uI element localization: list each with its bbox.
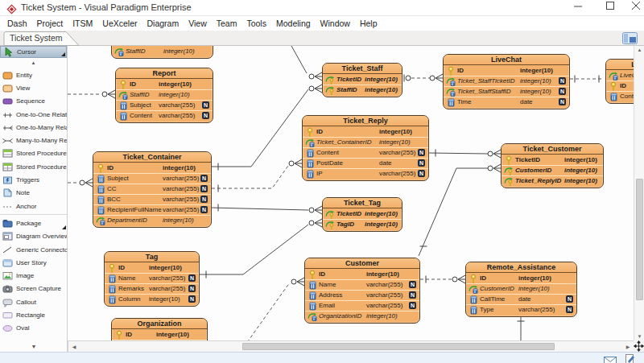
entity-column-row[interactable]: Emailvarchar(255)N	[305, 300, 419, 311]
entity-remote-assistance[interactable]: Remote_AssistanceIDinteger(10)CustomerID…	[465, 262, 577, 317]
entity-ticket-customer[interactable]: Ticket_CustomerTicketIDinteger(10)Custom…	[501, 143, 604, 188]
entity-column-row[interactable]: DepartmentIDinteger(10)	[93, 215, 211, 225]
entity-column-row[interactable]: IDinteger(10)	[466, 273, 576, 283]
entity-column-row[interactable]: Namevarchar(255)N	[105, 273, 199, 283]
menu-modeling[interactable]: Modeling	[271, 16, 316, 31]
scroll-up-arrow[interactable]: ▲	[634, 47, 644, 52]
palette-item-diagram-overview[interactable]: Diagram Overview	[0, 230, 67, 243]
close-button[interactable]	[625, 0, 644, 16]
entity-column-row[interactable]: Contentvarchar(255)N	[303, 147, 428, 158]
menu-team[interactable]: Team	[212, 16, 242, 31]
palette-scroll-down[interactable]: ▼	[0, 344, 68, 349]
entity-column-row[interactable]: TagIDinteger(10)	[323, 219, 402, 229]
entity-column-row[interactable]: Subjectvarchar(255)N	[93, 173, 211, 184]
entity-livechat[interactable]: LiveChatIDinteger(10)Ticket_StaffTicketI…	[443, 54, 570, 109]
entity-column-row[interactable]: StaffIDinteger(10)	[323, 85, 402, 95]
minimize-button[interactable]	[567, 0, 589, 16]
entity-column-row[interactable]: Subjectvarchar(255)N	[116, 100, 213, 110]
palette-item-anchor[interactable]: Anchor	[0, 200, 67, 212]
palette-item-note[interactable]: Note	[0, 187, 67, 200]
palette-item-stored-procedures[interactable]: Stored Procedures	[0, 147, 67, 160]
maximize-button[interactable]	[599, 0, 621, 16]
entity-organization[interactable]: OrganizationIDinteger(10)Namevarchar(255…	[111, 318, 208, 340]
entity-column-row[interactable]: CCvarchar(255)N	[93, 184, 211, 194]
palette-item-rectangle[interactable]: Rectangle	[0, 308, 67, 321]
entity-ticket-staff[interactable]: Ticket_StaffTicketIDinteger(10)StaffIDin…	[322, 63, 402, 97]
connector-ticket-container-ticket-reply[interactable]	[212, 159, 302, 192]
palette-item-generic-connector[interactable]: Generic Connector	[0, 243, 67, 256]
entity-column-row[interactable]: TicketIDinteger(10)	[323, 74, 402, 85]
palette-item-screen-capture[interactable]: Screen Capture	[0, 283, 67, 295]
connector-customer-ticket-customer[interactable]	[419, 164, 501, 256]
entity-column-row[interactable]: Conten	[606, 91, 634, 101]
scroll-down-arrow[interactable]: ▼	[634, 334, 644, 339]
entity-column-row[interactable]: IDinteger(10)	[112, 329, 207, 340]
entity-column-row[interactable]: Columninteger(10)N	[105, 294, 199, 304]
palette-item-cursor[interactable]: Cursor	[0, 46, 67, 58]
tab-label[interactable]: Ticket System	[10, 33, 63, 43]
entity-column-row[interactable]: CustomerIDinteger(10)	[466, 283, 576, 294]
scroll-right-arrow[interactable]: ▶	[624, 344, 632, 349]
entity-tag[interactable]: TagIDinteger(10)Namevarchar(255)NRemarks…	[104, 251, 200, 307]
entity-column-row[interactable]: Ticket_ReplyIDinteger(10)	[502, 175, 603, 186]
entity-column-row[interactable]: Remarksvarchar(255)N	[105, 283, 199, 294]
entity-ticket-reply[interactable]: Ticket_ReplyIDinteger(10)Ticket_Containe…	[302, 115, 429, 181]
entity-column-row[interactable]: Namevarchar(255)N	[305, 279, 419, 290]
entity-ticket-container[interactable]: Ticket_ContainerIDinteger(10)Subjectvarc…	[93, 151, 212, 228]
horizontal-scroll-thumb[interactable]	[242, 343, 555, 350]
palette-item-oval[interactable]: Oval	[0, 322, 67, 335]
pan-tool-icon[interactable]	[634, 340, 644, 352]
connector-customer-remote-assistance[interactable]	[420, 275, 465, 283]
document-icon[interactable]	[625, 353, 635, 363]
entity-column-row[interactable]: TicketIDinteger(10)	[323, 208, 402, 219]
connector-offscreen-top-ticket-staff[interactable]	[291, 46, 322, 80]
entity-column-row[interactable]: IDinteger(10)	[444, 65, 569, 76]
entity-column-row[interactable]: PostDatedateN	[303, 158, 428, 168]
entity-column-row[interactable]: BCCvarchar(255)N	[93, 194, 211, 204]
palette-item-callout[interactable]: Callout	[0, 295, 67, 308]
connector-ticket-container-ticket-tag[interactable]	[212, 204, 322, 215]
palette-item-one-to-one-relationship[interactable]: One-to-One Relationship	[0, 108, 67, 121]
entity-column-row[interactable]: ID	[606, 80, 634, 91]
scroll-left-arrow[interactable]: ◀	[70, 344, 78, 349]
entity-column-row[interactable]: Ticket_StaffStaffIDinteger(10)N	[444, 86, 569, 97]
entity-column-row[interactable]: CallTimedateN	[466, 294, 576, 304]
palette-item-many-to-many-relationship[interactable]: Many-to-Many Relationship	[0, 134, 67, 146]
entity-column-row[interactable]: TimedateN	[444, 97, 569, 107]
connector-remote-assistance-offscreen-bottom[interactable]	[518, 314, 525, 340]
entity-customer[interactable]: CustomerIDinteger(10)Namevarchar(255)NAd…	[304, 258, 420, 324]
entity-column-row[interactable]: RecipientFullNamevarchar(255)N	[93, 204, 211, 215]
menu-view[interactable]: View	[184, 16, 212, 31]
entity-livechat-content[interactable]: LLiveChIDConten	[605, 59, 634, 104]
entity-column-row[interactable]: IPvarchar(255)N	[303, 168, 428, 179]
message-icon[interactable]	[604, 354, 617, 363]
diagram-canvas[interactable]: StaffIDinteger(10)ReportIDinteger(10)Sta…	[68, 46, 634, 340]
connector-organization-customer[interactable]	[244, 278, 304, 340]
entity-column-row[interactable]: CustomerIDinteger(10)	[502, 165, 603, 175]
entity-column-row[interactable]: TicketIDinteger(10)	[502, 155, 603, 165]
entity-column-row[interactable]: IDinteger(10)	[305, 269, 419, 279]
entity-column-row[interactable]: OrganizationIDinteger(10)	[305, 311, 419, 321]
menu-help[interactable]: Help	[355, 16, 382, 31]
connector-livechat-livechat-content[interactable]	[570, 76, 602, 83]
palette-item-view[interactable]: View	[0, 81, 67, 94]
entity-column-row[interactable]: StaffIDinteger(10)	[116, 89, 213, 100]
palette-scroll-up[interactable]: ▲	[0, 58, 67, 68]
menu-window[interactable]: Window	[316, 16, 355, 31]
palette-item-triggers[interactable]: Triggers	[0, 173, 67, 186]
palette-item-user-story[interactable]: User Story	[0, 256, 67, 269]
entity-column-row[interactable]: StaffIDinteger(10)	[112, 46, 213, 56]
entity-column-row[interactable]: Addressvarchar(255)N	[305, 290, 419, 300]
vertical-scrollbar[interactable]: ▲ ▼	[634, 46, 644, 340]
menu-tools[interactable]: Tools	[242, 16, 271, 31]
entity-ticket-tag[interactable]: Ticket_TagTicketIDinteger(10)TagIDintege…	[322, 197, 402, 232]
entity-column-row[interactable]: Ticket_StaffTicketIDinteger(10)N	[444, 76, 569, 86]
palette-item-image[interactable]: Image	[0, 269, 67, 282]
palette-item-stored-procedure-resultset[interactable]: Stored Procedure Resultset	[0, 160, 67, 173]
menu-project[interactable]: Project	[32, 16, 68, 31]
entity-column-row[interactable]: IDinteger(10)	[105, 262, 199, 273]
entity-column-row[interactable]: Contentvarchar(255)N	[116, 110, 213, 121]
connector-offscreen-left-report[interactable]	[68, 90, 115, 98]
entity-column-row[interactable]: Ticket_ContainerIDinteger(10)	[303, 137, 428, 147]
entity-column-row[interactable]: IDinteger(10)	[303, 126, 428, 137]
